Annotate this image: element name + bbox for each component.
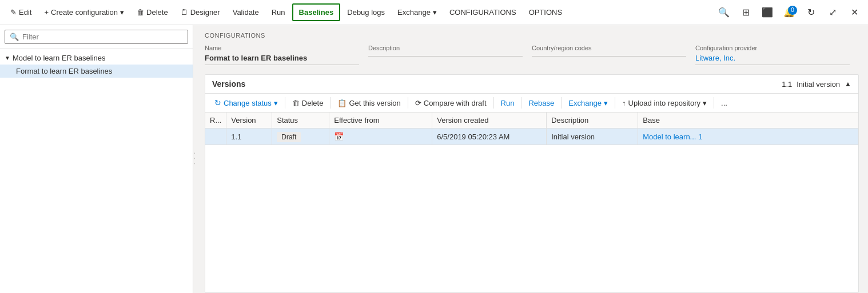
upload-chevron: ▾ — [703, 99, 707, 107]
config-name-value: Format to learn ER baselines — [205, 54, 359, 65]
grid-icon: ⊞ — [742, 7, 750, 18]
vtb-sep-5 — [521, 97, 521, 109]
th-version: Version — [226, 113, 272, 129]
tree-parent-item[interactable]: ▼ Model to learn ER baselines — [0, 51, 193, 65]
version-number: 1.1 — [782, 80, 792, 89]
config-name-field: Name Format to learn ER baselines — [205, 45, 368, 65]
popout-icon: ⤢ — [829, 7, 837, 18]
create-configuration-button[interactable]: + Create configuration ▾ — [38, 5, 130, 20]
baselines-button[interactable]: Baselines — [292, 3, 341, 21]
sidebar: 🔍 ▼ Model to learn ER baselines Format t… — [0, 25, 193, 293]
cell-created: 6/5/2019 05:20:23 AM — [432, 129, 547, 145]
versions-collapse-icon[interactable]: ▲ — [845, 80, 851, 88]
popout-button[interactable]: ⤢ — [823, 3, 842, 22]
close-icon: ✕ — [851, 7, 858, 18]
config-header: CONFIGURATIONS Name Format to learn ER b… — [196, 25, 868, 74]
compare-draft-button[interactable]: ⟳ Compare with draft — [411, 97, 491, 110]
options-button[interactable]: OPTIONS — [523, 5, 568, 20]
config-provider-value[interactable]: Litware, Inc. — [695, 54, 850, 65]
config-provider-label: Configuration provider — [695, 45, 850, 51]
versions-panel: Versions 1.1 Initial version ▲ ↻ Change … — [205, 74, 859, 293]
table-row[interactable]: 1.1 Draft 📅 6/5/2019 05:20:23 AM Initial… — [205, 129, 858, 145]
edit-button[interactable]: ✎ Edit — [5, 5, 37, 20]
versions-info: 1.1 Initial version ▲ — [782, 80, 851, 89]
filter-box: 🔍 — [0, 25, 193, 49]
cell-r — [205, 129, 226, 145]
cell-status: Draft — [272, 129, 329, 145]
config-section-label: CONFIGURATIONS — [205, 32, 859, 39]
cell-description: Initial version — [547, 129, 638, 145]
versions-title: Versions — [212, 79, 782, 89]
config-country-value — [532, 54, 686, 57]
refresh-icon: ↻ — [807, 7, 815, 18]
vtb-run-button[interactable]: Run — [496, 97, 519, 110]
config-provider-field: Configuration provider Litware, Inc. — [695, 45, 859, 65]
main-layout: 🔍 ▼ Model to learn ER baselines Format t… — [0, 25, 868, 293]
get-version-button[interactable]: 📋 Get this version — [333, 97, 405, 110]
designer-button[interactable]: 🗒 Designer — [175, 5, 226, 20]
filter-input-wrap[interactable]: 🔍 — [5, 30, 188, 44]
th-description: Description — [547, 113, 638, 129]
th-created: Version created — [432, 113, 547, 129]
status-badge: Draft — [277, 132, 301, 142]
vtb-sep-6 — [561, 97, 562, 109]
tree-child-item[interactable]: Format to learn ER baselines — [0, 65, 193, 78]
config-description-field: Description — [368, 45, 532, 65]
more-button[interactable]: ... — [716, 97, 732, 110]
close-button[interactable]: ✕ — [845, 3, 863, 22]
vtb-exchange-button[interactable]: Exchange ▾ — [564, 97, 612, 110]
tree-area: ▼ Model to learn ER baselines Format to … — [0, 49, 193, 293]
th-effective: Effective from — [329, 113, 432, 129]
change-status-button[interactable]: ↻ Change status ▾ — [210, 96, 282, 110]
validate-button[interactable]: Validate — [227, 5, 265, 20]
config-name-label: Name — [205, 45, 359, 51]
base-link[interactable]: Model to learn... 1 — [643, 133, 702, 141]
search-button[interactable]: 🔍 — [715, 3, 733, 22]
upload-icon: ↑ — [622, 99, 626, 107]
vtb-sep-3 — [408, 97, 408, 109]
cell-version: 1.1 — [226, 129, 272, 145]
change-status-icon: ↻ — [214, 98, 221, 107]
grid-icon-button[interactable]: ⊞ — [736, 3, 755, 22]
tree-collapse-icon: ▼ — [5, 55, 10, 61]
config-fields: Name Format to learn ER baselines Descri… — [205, 45, 859, 65]
exchange-button[interactable]: Exchange ▾ — [392, 5, 443, 20]
run-button[interactable]: Run — [266, 5, 291, 20]
trash-icon: 🗑 — [137, 8, 144, 17]
filter-search-icon: 🔍 — [10, 33, 19, 41]
vtb-exchange-chevron: ▾ — [604, 99, 608, 107]
versions-header: Versions 1.1 Initial version ▲ — [205, 75, 858, 94]
get-version-icon: 📋 — [337, 99, 347, 107]
chevron-down-icon: ▾ — [120, 8, 124, 17]
plus-icon: + — [44, 8, 49, 17]
th-base: Base — [638, 113, 858, 129]
notification-wrap: 🔔 0 — [780, 3, 798, 22]
configurations-nav-button[interactable]: CONFIGURATIONS — [444, 5, 522, 20]
vtb-delete-button[interactable]: 🗑 Delete — [288, 97, 328, 110]
refresh-button[interactable]: ↻ — [802, 3, 820, 22]
version-description: Initial version — [797, 80, 840, 89]
office-icon-button[interactable]: ⬛ — [758, 3, 777, 22]
upload-button[interactable]: ↑ Upload into repository ▾ — [618, 97, 711, 110]
calendar-icon[interactable]: 📅 — [334, 132, 344, 141]
tree-parent-label: Model to learn ER baselines — [13, 54, 106, 62]
table-header-row: R... Version Status Effective from Versi… — [205, 113, 858, 129]
edit-icon: ✎ — [10, 8, 17, 17]
vtb-sep-4 — [493, 97, 494, 109]
filter-input[interactable] — [22, 33, 183, 41]
vtb-sep-8 — [714, 97, 714, 109]
vtb-sep-1 — [285, 97, 285, 109]
versions-data-table: R... Version Status Effective from Versi… — [205, 113, 858, 145]
vtb-sep-2 — [330, 97, 331, 109]
notification-badge: 0 — [788, 6, 797, 15]
rebase-button[interactable]: Rebase — [524, 97, 559, 110]
exchange-chevron-icon: ▾ — [433, 8, 437, 17]
delete-button[interactable]: 🗑 Delete — [131, 5, 174, 20]
th-status: Status — [272, 113, 329, 129]
config-country-label: Country/region codes — [532, 45, 686, 51]
designer-icon: 🗒 — [181, 8, 188, 17]
config-description-label: Description — [368, 45, 523, 51]
debug-logs-button[interactable]: Debug logs — [341, 5, 391, 20]
vtb-delete-icon: 🗑 — [292, 99, 300, 107]
tree-child-label: Format to learn ER baselines — [16, 67, 112, 75]
